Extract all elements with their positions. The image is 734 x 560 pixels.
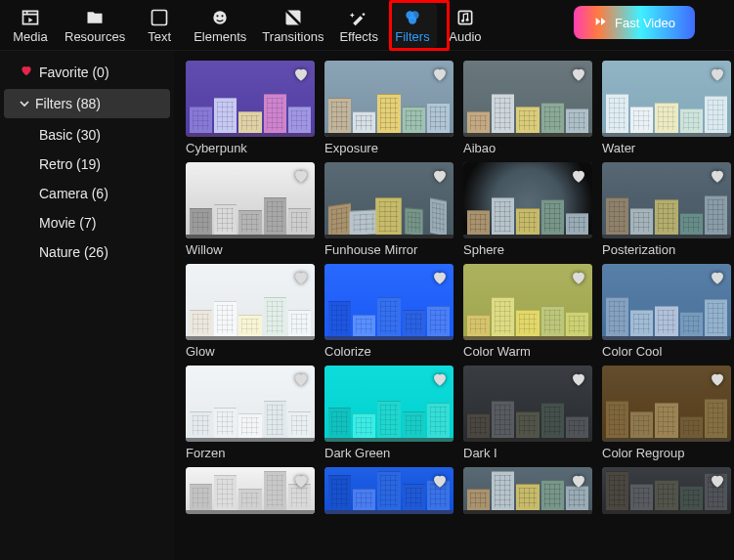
filter-thumbnail	[324, 264, 453, 340]
sidebar-item-label: Camera (6)	[39, 186, 108, 201]
favorite-heart-icon[interactable]	[569, 166, 588, 186]
filter-card[interactable]: Color Cool	[602, 264, 731, 360]
filter-card[interactable]: Forzen	[186, 366, 315, 461]
toolbar-label: Elements	[194, 29, 246, 44]
filter-card[interactable]: Dark I	[463, 366, 592, 461]
filter-card[interactable]: Glow	[186, 264, 315, 360]
filter-card[interactable]: Exposure	[324, 61, 453, 156]
fast-video-label: Fast Video	[615, 16, 675, 30]
filter-thumbnail	[602, 61, 731, 137]
filter-card[interactable]: Posterization	[602, 162, 731, 258]
filter-thumbnail	[324, 61, 453, 137]
sidebar-favorite[interactable]: Favorite (0)	[4, 57, 170, 87]
sidebar-root-label: Filters (88)	[35, 96, 101, 111]
sidebar-item-basic[interactable]: Basic (30)	[4, 120, 170, 150]
filter-card[interactable]	[186, 467, 315, 534]
sidebar-favorite-label: Favorite (0)	[39, 65, 109, 80]
favorite-heart-icon[interactable]	[291, 65, 311, 84]
filters-icon	[403, 8, 422, 27]
elements-icon	[210, 8, 230, 27]
favorite-heart-icon[interactable]	[430, 471, 450, 491]
filter-name: Water	[602, 141, 731, 156]
filter-card[interactable]: Sphere	[463, 162, 592, 258]
filter-thumbnail	[602, 264, 731, 340]
favorite-heart-icon[interactable]	[569, 65, 588, 84]
toolbar-transitions[interactable]: Transitions	[256, 4, 329, 48]
main-area: Favorite (0) Filters (88) Basic (30)Retr…	[0, 50, 734, 560]
toolbar-label: Text	[148, 29, 171, 44]
sidebar-item-label: Basic (30)	[39, 127, 101, 143]
filter-card[interactable]: Willow	[186, 162, 315, 258]
favorite-heart-icon[interactable]	[708, 65, 727, 84]
filter-card[interactable]: Color Warm	[463, 264, 592, 360]
filter-name	[186, 518, 315, 534]
filter-grid: CyberpunkExposureAibaoWaterWillowFunhous…	[186, 61, 722, 534]
filter-name: Colorize	[324, 344, 453, 360]
filter-card[interactable]: Cyberpunk	[186, 61, 315, 156]
filter-name: Cyberpunk	[186, 141, 315, 156]
sidebar-item-movie[interactable]: Movie (7)	[4, 208, 170, 237]
sidebar-item-camera[interactable]: Camera (6)	[4, 179, 170, 208]
toolbar-filters[interactable]: Filters	[388, 4, 437, 48]
filter-card[interactable]: Funhouse Mirror	[324, 162, 453, 258]
filter-thumbnail	[463, 162, 592, 238]
favorite-heart-icon[interactable]	[708, 166, 727, 186]
sidebar-item-retro[interactable]: Retro (19)	[4, 150, 170, 179]
toolbar-media[interactable]: Media	[6, 4, 55, 48]
filter-name	[463, 518, 592, 534]
transitions-icon	[283, 8, 303, 27]
filter-name: Willow	[186, 242, 315, 258]
toolbar-effects[interactable]: Effects	[333, 4, 384, 48]
filter-thumbnail	[463, 264, 592, 340]
favorite-heart-icon[interactable]	[569, 369, 588, 389]
toolbar-label: Media	[13, 29, 47, 44]
fast-video-button[interactable]: Fast Video	[574, 6, 695, 39]
filter-card[interactable]: Color Regroup	[602, 366, 731, 461]
toolbar-label: Resources	[65, 29, 125, 44]
favorite-heart-icon[interactable]	[569, 268, 588, 287]
sidebar-item-nature[interactable]: Nature (26)	[4, 237, 170, 267]
toolbar-elements[interactable]: Elements	[188, 4, 252, 48]
filter-thumbnail	[463, 61, 592, 137]
sidebar: Favorite (0) Filters (88) Basic (30)Retr…	[0, 51, 174, 560]
favorite-heart-icon[interactable]	[708, 471, 727, 491]
favorite-heart-icon[interactable]	[291, 471, 311, 491]
filter-card[interactable]: Colorize	[324, 264, 453, 360]
svg-point-10	[466, 19, 469, 22]
filter-card[interactable]: Water	[602, 61, 731, 156]
favorite-heart-icon[interactable]	[708, 369, 727, 389]
filter-card[interactable]	[324, 467, 453, 534]
toolbar-label: Filters	[395, 29, 429, 44]
filter-thumbnail	[324, 366, 453, 442]
filter-name: Color Regroup	[602, 446, 731, 461]
filter-card[interactable]: Aibao	[463, 61, 592, 156]
filter-name: Funhouse Mirror	[324, 242, 453, 258]
filter-name: Exposure	[324, 141, 453, 156]
favorite-heart-icon[interactable]	[291, 166, 311, 186]
favorite-heart-icon[interactable]	[291, 369, 311, 389]
filter-thumbnail	[463, 467, 592, 514]
favorite-heart-icon[interactable]	[708, 268, 727, 287]
favorite-heart-icon[interactable]	[430, 369, 450, 389]
toolbar-resources[interactable]: Resources	[59, 4, 131, 48]
favorite-heart-icon[interactable]	[430, 268, 450, 287]
filter-card[interactable]: Dark Green	[324, 366, 453, 461]
text-icon	[150, 8, 169, 27]
favorite-heart-icon[interactable]	[291, 268, 311, 287]
chevron-down-icon	[20, 99, 29, 108]
filter-card[interactable]	[602, 467, 731, 534]
svg-rect-8	[458, 11, 471, 23]
toolbar-label: Audio	[449, 29, 481, 44]
sidebar-root-filters[interactable]: Filters (88)	[4, 89, 170, 118]
toolbar-audio[interactable]: Audio	[441, 4, 490, 48]
toolbar-label: Effects	[339, 29, 378, 44]
toolbar-text[interactable]: Text	[135, 4, 184, 48]
filter-thumbnail	[186, 467, 315, 514]
favorite-heart-icon[interactable]	[430, 166, 450, 186]
filter-thumbnail	[602, 467, 731, 514]
favorite-heart-icon[interactable]	[430, 65, 450, 84]
filter-card[interactable]	[463, 467, 592, 534]
filter-thumbnail	[324, 467, 453, 514]
favorite-heart-icon[interactable]	[569, 471, 588, 491]
effects-icon	[349, 8, 368, 27]
